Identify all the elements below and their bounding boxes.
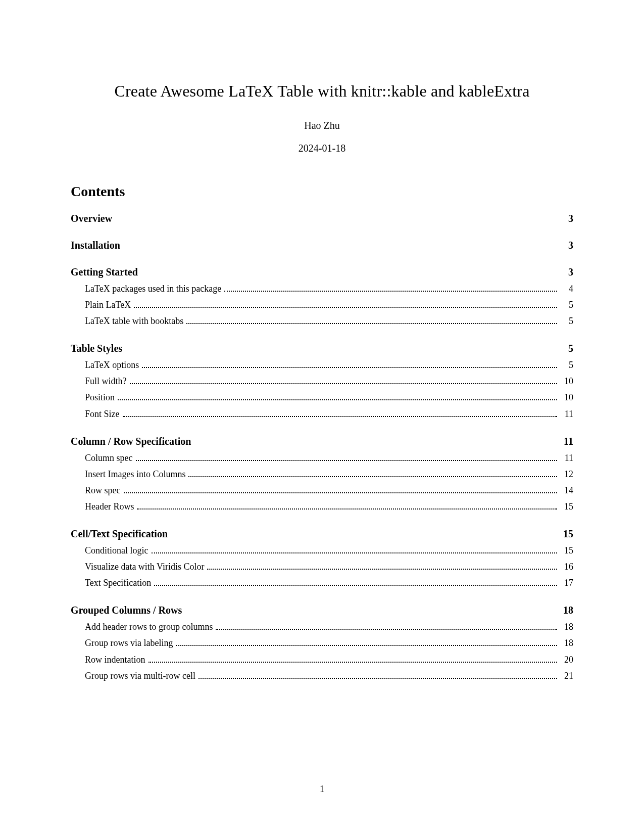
toc-subentry-page: 10 [559, 375, 573, 388]
toc-subentry-title: LaTeX packages used in this package [85, 282, 221, 295]
toc-subentry-title: Plain LaTeX [85, 298, 131, 311]
toc-subentry-title: LaTeX table with booktabs [85, 314, 183, 328]
toc-leader-dots [152, 552, 558, 553]
toc-leader-dots [123, 416, 557, 417]
toc-section: Cell/Text Specification15Conditional log… [71, 528, 573, 589]
toc-subentry: Row indentation20 [71, 653, 573, 666]
toc-subentry: LaTeX packages used in this package4 [71, 282, 573, 295]
toc-section-title: Column / Row Specification [71, 436, 191, 447]
toc-subentry-title: LaTeX options [85, 358, 139, 372]
toc-section-row: Cell/Text Specification15 [71, 528, 573, 540]
toc-leader-dots [154, 585, 557, 586]
toc-subentry: Header Rows15 [71, 500, 573, 513]
toc-leader-dots [224, 291, 557, 292]
document-date: 2024-01-18 [71, 143, 573, 154]
toc-leader-dots [124, 492, 558, 493]
toc-leader-dots [148, 662, 558, 663]
toc-section-row: Overview3 [71, 213, 573, 224]
toc-subentry-title: Font Size [85, 407, 120, 421]
toc-section: Table Styles5LaTeX options5Full width?10… [71, 343, 573, 420]
toc-subentry-page: 21 [559, 669, 573, 682]
toc-section-page: 18 [559, 605, 573, 616]
document-author: Hao Zhu [71, 120, 573, 131]
toc-section-title: Installation [71, 240, 120, 251]
toc-subentry-page: 18 [559, 636, 573, 650]
toc-subentry-page: 15 [559, 544, 573, 557]
toc-leader-dots [186, 323, 557, 324]
toc-section-row: Installation3 [71, 240, 573, 251]
toc-subentry: Group rows via multi-row cell21 [71, 669, 573, 682]
toc-subentry-title: Full width? [85, 375, 127, 388]
toc-subentry: Column spec11 [71, 451, 573, 465]
toc-subentry-page: 5 [559, 314, 573, 328]
toc-subentry-page: 15 [559, 500, 573, 513]
toc-subentry-title: Row spec [85, 484, 121, 497]
toc-section-row: Table Styles5 [71, 343, 573, 354]
toc-subentry-title: Column spec [85, 451, 133, 465]
toc-leader-dots [199, 678, 557, 679]
toc-leader-dots [176, 645, 557, 646]
toc-leader-dots [118, 399, 557, 400]
toc-section: Column / Row Specification11Column spec1… [71, 436, 573, 513]
toc-subentry: Visualize data with Viridis Color16 [71, 560, 573, 573]
document-page: Create Awesome LaTeX Table with knitr::k… [0, 0, 644, 682]
toc-section-page: 5 [564, 343, 573, 354]
toc-subentry-title: Add header rows to group columns [85, 620, 213, 633]
toc-subentry: Font Size11 [71, 407, 573, 421]
toc-section: Getting Started3LaTeX packages used in t… [71, 266, 573, 328]
toc-subentry-page: 5 [559, 358, 573, 372]
toc-subentry: Text Specification17 [71, 576, 573, 589]
toc-section-title: Overview [71, 213, 112, 224]
toc-subentry-page: 16 [559, 560, 573, 573]
toc-subentry-title: Position [85, 391, 115, 404]
toc-subentry: Plain LaTeX5 [71, 298, 573, 311]
toc-leader-dots [188, 476, 557, 477]
toc-subentry-page: 20 [559, 653, 573, 666]
document-title: Create Awesome LaTeX Table with knitr::k… [71, 82, 573, 101]
toc-subentry-title: Group rows via multi-row cell [85, 669, 195, 682]
toc-section-page: 3 [564, 213, 573, 224]
toc-leader-dots [130, 383, 557, 384]
toc-leader-dots [137, 508, 557, 509]
toc-subentry-page: 11 [559, 407, 573, 421]
toc-subentry-page: 4 [559, 282, 573, 295]
toc-section-row: Getting Started3 [71, 266, 573, 278]
toc-section-page: 3 [564, 240, 573, 251]
table-of-contents: Overview3Installation3Getting Started3La… [71, 213, 573, 682]
toc-subentry-title: Row indentation [85, 653, 145, 666]
toc-leader-dots [136, 460, 558, 461]
toc-subentry: LaTeX table with booktabs5 [71, 314, 573, 328]
toc-subentry-title: Conditional logic [85, 544, 148, 557]
toc-subentry: Position10 [71, 391, 573, 404]
toc-leader-dots [216, 629, 557, 630]
toc-section-page: 3 [564, 266, 573, 278]
toc-subentry-page: 11 [559, 451, 573, 465]
toc-section-page: 11 [560, 436, 573, 447]
toc-subentry-page: 12 [559, 468, 573, 481]
toc-subentry: Full width?10 [71, 375, 573, 388]
toc-section-page: 15 [559, 528, 573, 540]
toc-section-title: Getting Started [71, 266, 138, 278]
toc-subentry-title: Visualize data with Viridis Color [85, 560, 204, 573]
toc-subentry-page: 17 [559, 576, 573, 589]
toc-section-title: Table Styles [71, 343, 122, 354]
toc-subentry-page: 5 [559, 298, 573, 311]
toc-leader-dots [142, 367, 557, 368]
toc-section: Installation3 [71, 240, 573, 251]
toc-subentry: LaTeX options5 [71, 358, 573, 372]
toc-subentry-title: Insert Images into Columns [85, 468, 185, 481]
contents-heading: Contents [71, 183, 573, 200]
toc-section-row: Column / Row Specification11 [71, 436, 573, 447]
toc-section: Overview3 [71, 213, 573, 224]
toc-subentry-page: 10 [559, 391, 573, 404]
toc-subentry: Group rows via labeling18 [71, 636, 573, 650]
toc-subentry: Conditional logic15 [71, 544, 573, 557]
toc-subentry: Row spec14 [71, 484, 573, 497]
toc-leader-dots [207, 569, 557, 570]
page-number: 1 [0, 784, 644, 795]
toc-subentry: Add header rows to group columns18 [71, 620, 573, 633]
toc-section: Grouped Columns / Rows18Add header rows … [71, 605, 573, 682]
toc-leader-dots [134, 307, 557, 308]
toc-subentry-title: Text Specification [85, 576, 151, 589]
toc-subentry: Insert Images into Columns12 [71, 468, 573, 481]
